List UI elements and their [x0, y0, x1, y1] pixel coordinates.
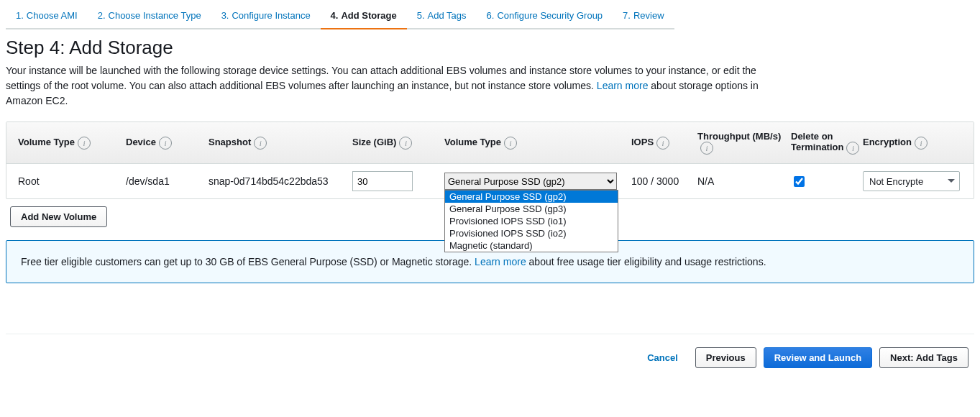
cell-iops: 100 / 3000 — [631, 175, 697, 187]
notice-learn-more-link[interactable]: Learn more — [475, 256, 526, 267]
next-button[interactable]: Next: Add Tags — [879, 347, 968, 368]
tab-configure-security-group[interactable]: 6.Configure Security Group — [477, 6, 613, 29]
wizard-tabs: 1.Choose AMI 2.Choose Instance Type 3.Co… — [6, 6, 974, 29]
volume-type-option[interactable]: Provisioned IOPS SSD (io1) — [445, 215, 618, 227]
add-new-volume-button[interactable]: Add New Volume — [10, 206, 107, 227]
info-icon[interactable]: i — [254, 137, 267, 150]
col-iops: IOPS — [631, 137, 654, 147]
volume-type-option[interactable]: Provisioned IOPS SSD (io2) — [445, 227, 618, 239]
info-icon[interactable]: i — [399, 137, 412, 150]
tab-choose-instance-type[interactable]: 2.Choose Instance Type — [88, 6, 211, 29]
learn-more-link[interactable]: Learn more — [597, 80, 649, 91]
cell-throughput: N/A — [697, 175, 791, 187]
table-header-row: Volume Typei Devicei Snapshoti Size (GiB… — [6, 122, 974, 164]
col-device: Device — [126, 137, 156, 147]
col-encryption: Encryption — [863, 137, 912, 147]
volume-type-option[interactable]: Magnetic (standard) — [445, 239, 618, 252]
volume-type-select[interactable]: General Purpose SSD (gp2) — [444, 173, 617, 190]
volume-type-option[interactable]: General Purpose SSD (gp2) — [445, 191, 618, 203]
cell-volume-kind: Root — [12, 175, 126, 187]
page-description: Your instance will be launched with the … — [6, 63, 761, 109]
info-icon[interactable]: i — [159, 137, 172, 150]
col-volume-kind: Volume Type — [18, 137, 75, 147]
size-input[interactable] — [352, 171, 413, 191]
col-throughput: Throughput (MB/s) — [697, 131, 781, 142]
tab-configure-instance[interactable]: 3.Configure Instance — [211, 6, 321, 29]
info-icon[interactable]: i — [656, 137, 669, 150]
volume-type-option[interactable]: General Purpose SSD (gp3) — [445, 203, 618, 215]
page-title: Step 4: Add Storage — [6, 37, 974, 59]
storage-table: Volume Typei Devicei Snapshoti Size (GiB… — [6, 122, 974, 199]
info-icon[interactable]: i — [78, 137, 91, 150]
volume-type-dropdown: General Purpose SSD (gp2) General Purpos… — [444, 190, 618, 252]
info-icon[interactable]: i — [846, 142, 859, 155]
tab-review[interactable]: 7.Review — [613, 6, 674, 29]
tab-add-tags[interactable]: 5.Add Tags — [407, 6, 477, 29]
cell-snapshot: snap-0d714bd54c22bda53 — [209, 175, 352, 187]
cancel-button[interactable]: Cancel — [637, 348, 688, 367]
col-snapshot: Snapshot — [209, 137, 251, 147]
col-size: Size (GiB) — [352, 137, 396, 147]
wizard-footer: Cancel Previous Review and Launch Next: … — [6, 334, 974, 378]
col-delete-on-term: Delete on Termination — [791, 131, 843, 152]
info-icon[interactable]: i — [915, 137, 928, 150]
table-row: Root /dev/sda1 snap-0d714bd54c22bda53 Ge… — [6, 164, 974, 198]
info-icon[interactable]: i — [700, 142, 713, 155]
review-and-launch-button[interactable]: Review and Launch — [764, 347, 872, 368]
delete-on-termination-checkbox[interactable] — [794, 176, 805, 187]
info-icon[interactable]: i — [504, 137, 517, 150]
encryption-select[interactable]: Not Encrypte — [863, 171, 960, 191]
col-volume-type: Volume Type — [444, 137, 501, 147]
previous-button[interactable]: Previous — [695, 347, 756, 368]
tab-choose-ami[interactable]: 1.Choose AMI — [6, 6, 88, 29]
tab-add-storage[interactable]: 4.Add Storage — [321, 6, 407, 29]
cell-device: /dev/sda1 — [126, 175, 209, 187]
